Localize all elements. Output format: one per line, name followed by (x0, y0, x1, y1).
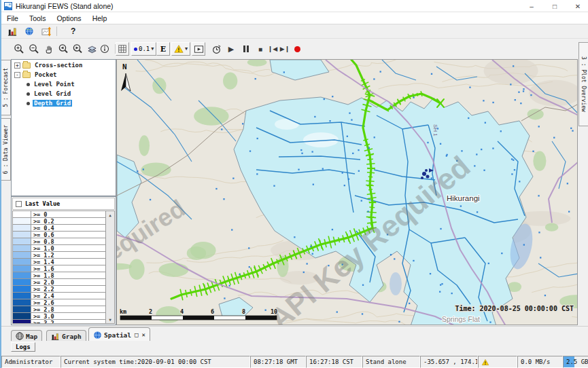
menu-tools[interactable]: Tools (24, 14, 52, 23)
legend-row-label: >= 0 (31, 211, 105, 217)
tab-spatial[interactable]: Spatial □ ✕ (88, 327, 150, 342)
town-label: Hikurangi (447, 194, 480, 202)
legend-scrollbar[interactable]: ▲ ▼ (105, 211, 114, 323)
side-tab-plot-overview-label: 3 : Plot Overview (581, 56, 587, 112)
legend-color-swatch (13, 313, 31, 319)
info-icon[interactable] (98, 42, 111, 56)
map-viewport[interactable]: API Key Required API Key Required Hikura… (116, 59, 578, 325)
warning-dropdown[interactable]: ▼ (171, 42, 190, 56)
animation-speed-icon[interactable] (209, 42, 223, 56)
close-button[interactable]: ✕ (566, 0, 588, 12)
minimize-button[interactable]: – (520, 0, 543, 12)
leaf-bullet-icon (27, 83, 30, 86)
tree-item-depth-grid[interactable]: Depth Grid (27, 99, 116, 107)
layers-icon[interactable] (85, 42, 99, 56)
tree-item-label-selected: Depth Grid (33, 100, 72, 107)
plot-display-icon[interactable] (40, 26, 52, 37)
side-tab-data-viewer[interactable]: 6 : Data Viewer (1, 118, 11, 181)
legend-color-swatch (13, 306, 31, 312)
svg-text:km: km (120, 308, 126, 315)
app-logo-icon (4, 2, 12, 10)
record-button[interactable] (290, 42, 304, 56)
labels-toggle-button[interactable]: E (156, 42, 170, 56)
zoom-in-icon[interactable] (12, 42, 26, 56)
expand-plus-icon[interactable]: + (14, 62, 20, 69)
grid-display-button[interactable] (116, 42, 129, 56)
tree-item-level-point[interactable]: Level Point (27, 80, 116, 88)
legend-row[interactable]: >= 0.4 (13, 225, 105, 232)
last-value-label: Last Value (25, 200, 60, 207)
tree-item-label: Level Grid (33, 90, 72, 97)
maximize-button[interactable]: □ (543, 0, 566, 12)
classification-dropdown[interactable]: 0.1 ▼ (131, 42, 156, 56)
dot-icon (134, 48, 137, 51)
tree-item-cross-section[interactable]: + Cross-section (12, 61, 116, 69)
last-value-checkbox[interactable] (16, 201, 22, 207)
legend-row-label: >= 1.2 (31, 252, 105, 258)
spatial-display-globe-icon[interactable] (23, 26, 35, 37)
explorer-icon[interactable] (6, 26, 18, 37)
legend-row[interactable]: >= 1.0 (13, 245, 105, 252)
legend-row[interactable]: >= 1.8 (13, 272, 105, 279)
svg-text:8: 8 (242, 308, 245, 315)
warning-icon (174, 44, 184, 54)
zoom-next-icon[interactable] (71, 42, 84, 56)
legend-row[interactable]: >= 2.2 (13, 286, 105, 293)
scroll-up-icon[interactable]: ▲ (109, 211, 111, 219)
legend-row[interactable]: >= 1.4 (13, 259, 105, 265)
legend-list: >= 0>= 0.2>= 0.4>= 0.6>= 0.8>= 1.0>= 1.2… (12, 210, 115, 324)
side-tab-plot-overview[interactable]: 3 : Plot Overview (578, 42, 588, 126)
tree-item-pocket[interactable]: - Pocket (12, 71, 116, 79)
legend-color-swatch (13, 232, 31, 238)
zoom-out-icon[interactable] (27, 42, 41, 56)
step-back-button[interactable]: ❙◀ (266, 42, 279, 56)
menu-options[interactable]: Options (51, 14, 86, 23)
legend-row[interactable]: >= 3.2 (13, 320, 105, 324)
legend-row-label: >= 2.0 (31, 279, 105, 285)
menu-help[interactable]: Help (87, 14, 113, 23)
legend-panel: Last Value >= 0>= 0.2>= 0.4>= 0.6>= 0.8>… (11, 196, 116, 325)
tab-graph[interactable]: Graph (46, 330, 86, 342)
legend-row[interactable]: >= 0 (13, 211, 105, 218)
legend-row[interactable]: >= 1.2 (13, 252, 105, 259)
side-tab-forecast[interactable]: 5 : Forecast (1, 60, 11, 115)
leaf-bullet-icon (27, 92, 30, 96)
legend-color-swatch (13, 245, 31, 251)
legend-row-label: >= 2.2 (31, 286, 105, 292)
play-button[interactable]: ▶ (224, 42, 238, 56)
map-canvas[interactable]: API Key Required API Key Required Hikura… (117, 60, 578, 325)
tree-item-level-grid[interactable]: Level Grid (27, 90, 116, 98)
animation-button[interactable] (192, 42, 205, 56)
stop-button[interactable]: ■ (254, 42, 267, 56)
menu-file[interactable]: File (1, 14, 24, 23)
float-icon[interactable]: □ (135, 331, 138, 338)
tab-map[interactable]: Map (11, 330, 42, 342)
legend-row[interactable]: >= 2.8 (13, 306, 105, 313)
pause-button[interactable] (239, 42, 253, 56)
legend-row[interactable]: >= 2.0 (13, 279, 105, 286)
pan-hand-icon[interactable] (41, 42, 55, 56)
status-warning-cell[interactable] (478, 356, 517, 368)
zoom-previous-icon[interactable] (56, 42, 70, 56)
legend-row[interactable]: >= 1.6 (13, 265, 105, 272)
leaf-bullet-icon (27, 102, 30, 105)
close-icon[interactable]: ✕ (141, 331, 145, 338)
legend-row[interactable]: >= 0.6 (13, 232, 105, 238)
logs-button[interactable]: Logs (11, 342, 35, 352)
legend-row[interactable]: >= 0.2 (13, 218, 105, 225)
legend-row[interactable]: >= 3.0 (13, 313, 105, 320)
legend-row-label: >= 3.2 (31, 320, 105, 324)
collapse-minus-icon[interactable]: - (14, 72, 20, 78)
help-button[interactable]: ? (71, 26, 75, 36)
legend-row[interactable]: >= 0.8 (13, 238, 105, 245)
legend-header: Last Value (12, 198, 115, 210)
legend-row[interactable]: >= 2.4 (13, 293, 105, 299)
folder-icon (22, 72, 31, 78)
legend-row[interactable]: >= 2.6 (13, 299, 105, 306)
step-forward-button[interactable]: ▶❙ (278, 42, 292, 56)
legend-color-swatch (13, 286, 31, 292)
scroll-down-icon[interactable]: ▼ (109, 316, 111, 323)
legend-color-swatch (13, 320, 31, 324)
legend-row-label: >= 0.2 (31, 218, 105, 224)
folder-icon (22, 62, 31, 69)
